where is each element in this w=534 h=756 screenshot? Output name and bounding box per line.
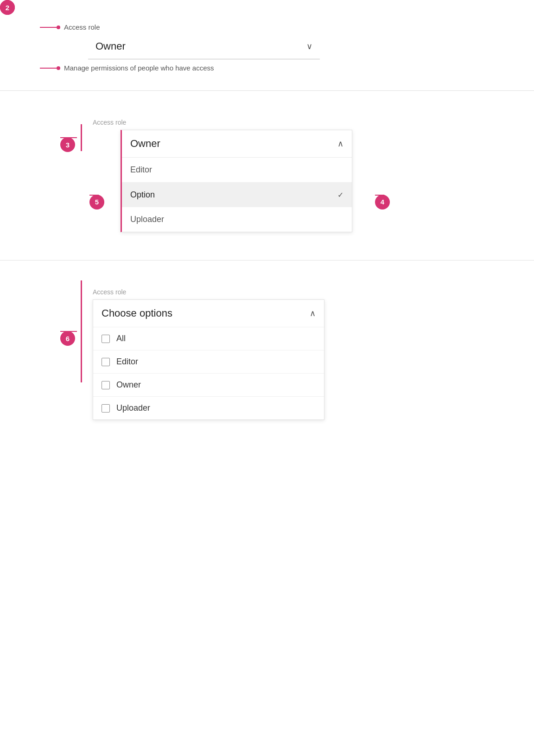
checkbox-all[interactable]	[102, 335, 110, 343]
item-label-option: Option	[130, 190, 155, 200]
item-label-all: All	[116, 334, 126, 343]
annotation-label-2: Manage permissions of people who have ac…	[64, 64, 214, 72]
option-row-wrap: 5 4 Option ✓	[122, 183, 352, 207]
multiselect-header[interactable]: Choose options ∧	[93, 300, 324, 327]
multiselect-wrapper: 6 Choose options ∧ All Editor	[93, 299, 497, 420]
badge-2: 2	[0, 0, 15, 15]
annotation-line-1: Access role	[40, 23, 100, 31]
side-line-3	[81, 124, 82, 151]
multiselect-chevron-up-icon: ∧	[310, 308, 316, 318]
select-value: Owner	[95, 40, 126, 52]
arrow-dot-2	[57, 66, 60, 70]
item-label-editor: Editor	[130, 165, 152, 175]
multiselect-item-all[interactable]: All	[93, 327, 324, 350]
checkbox-owner[interactable]	[102, 381, 110, 389]
annotation-line-2: Manage permissions of people who have ac…	[40, 64, 214, 72]
annotation-row-2: 2 Manage permissions of people who have …	[37, 64, 497, 72]
select-wrapper-1: Owner ∨	[88, 34, 320, 59]
section3-label: Access role	[93, 288, 497, 296]
badge-4: 4	[375, 195, 390, 210]
multiselect-open: Choose options ∧ All Editor Owner Up	[93, 299, 324, 420]
multiselect-item-editor[interactable]: Editor	[93, 350, 324, 373]
dropdown-selected-label: Owner	[130, 138, 160, 150]
section-3: Access role 6 Choose options ∧ All	[0, 260, 534, 448]
multiselect-placeholder: Choose options	[102, 307, 172, 319]
annotation-label-1: Access role	[64, 23, 100, 31]
dropdown-header[interactable]: Owner ∧	[122, 130, 352, 158]
dropdown-item-editor[interactable]: Editor	[122, 158, 352, 183]
badge-5-wrap: 5	[89, 195, 99, 196]
chevron-down-icon: ∨	[306, 41, 312, 51]
badge-5: 5	[89, 195, 104, 210]
badge-6: 6	[60, 331, 75, 346]
item-label-ms-editor: Editor	[116, 357, 138, 367]
arrow-dot-1	[57, 25, 60, 29]
select-collapsed[interactable]: Owner ∨	[88, 34, 320, 59]
multiselect-item-owner[interactable]: Owner	[93, 373, 324, 396]
checkbox-uploader[interactable]	[102, 404, 110, 413]
item-label-ms-uploader: Uploader	[116, 403, 150, 413]
chevron-up-icon: ∧	[337, 139, 343, 149]
dropdown-open-single: Owner ∧ Editor 5 4 Opti	[121, 130, 352, 232]
badge-4-wrap: 4	[375, 195, 384, 196]
side-line-6	[81, 280, 82, 382]
dropdown-item-uploader[interactable]: Uploader	[122, 207, 352, 232]
section2-label: Access role	[93, 119, 497, 126]
item-label-ms-owner: Owner	[116, 380, 141, 390]
arrow-line-2	[40, 68, 57, 69]
dropdown-item-option[interactable]: Option ✓	[122, 183, 352, 207]
badge-3-wrap: 3	[60, 137, 77, 138]
item-label-uploader: Uploader	[130, 215, 164, 224]
dropdown-wrapper: 3 Owner ∧ Editor 5	[93, 130, 497, 232]
check-icon: ✓	[337, 191, 343, 199]
arrow-line-1	[40, 27, 57, 28]
badge-6-wrap: 6	[60, 331, 77, 332]
multiselect-item-uploader[interactable]: Uploader	[93, 396, 324, 419]
checkbox-editor[interactable]	[102, 358, 110, 366]
section-1: 1 Access role Owner ∨ 2 Manage permissio…	[0, 0, 534, 90]
badge-3: 3	[60, 137, 75, 152]
section-2: Access role 3 Owner ∧ Editor	[0, 91, 534, 260]
annotation-row-1: 1 Access role	[37, 23, 497, 31]
